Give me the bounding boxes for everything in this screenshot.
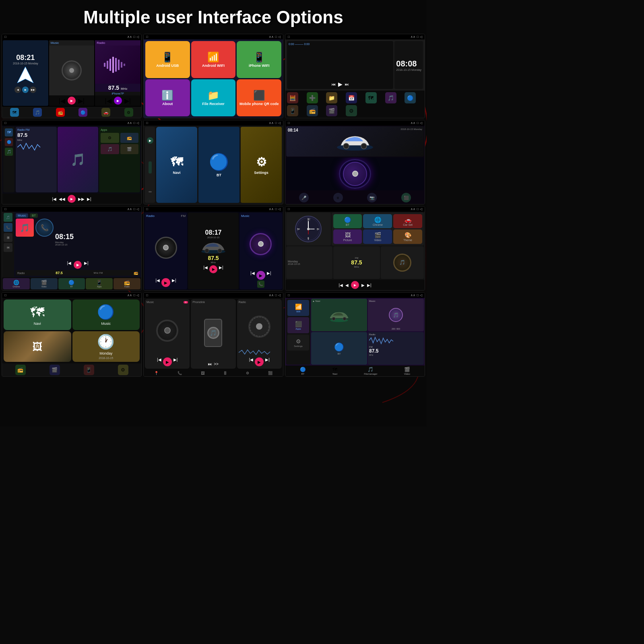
mini-icon-4[interactable]: 🎬 [120, 144, 138, 154]
p12-bt-bottom[interactable]: 🔵 BT [300, 367, 306, 375]
bt-big-tile[interactable]: 🔵 BT [198, 127, 239, 203]
p8-c-prev[interactable]: |◀ [203, 265, 208, 273]
p11-settings[interactable]: ⚙ [246, 371, 249, 375]
p4-bt-btn[interactable]: 🔵 [5, 138, 13, 146]
qr-code-tile[interactable]: ⬛ Mobile phone QR code [237, 79, 281, 116]
radio-icon-bottom[interactable]: 📻Radio [114, 278, 140, 289]
p11-grid[interactable]: ⬛ [268, 371, 272, 375]
rc-play[interactable]: ▶ [255, 357, 264, 366]
p9-rew[interactable]: ◀ [345, 283, 349, 287]
p7-next[interactable]: ▶| [84, 261, 89, 269]
b10-settings[interactable]: ⚙ [118, 365, 128, 375]
cam-btn[interactable]: 📷 [367, 193, 377, 202]
media-next[interactable]: ⏭ [345, 82, 349, 87]
mc-next[interactable]: ▶| [173, 357, 178, 366]
p4-play[interactable]: ▶ [68, 195, 76, 203]
prev-track[interactable]: |◀ [59, 97, 65, 105]
video-icon[interactable]: 🎬 [326, 105, 337, 116]
p12-video-bottom[interactable]: 🎬 Video [404, 367, 410, 375]
menu-btn[interactable]: ≡ [333, 193, 343, 202]
music-tile[interactable]: 🔵 Music [72, 299, 140, 330]
picture-app[interactable]: 🖼Picture [333, 229, 362, 244]
p7-prev[interactable]: |◀ [67, 261, 71, 269]
bt-icon-btn[interactable]: 🔵 [78, 108, 87, 117]
android-usb-tile[interactable]: 📱 Android USB [145, 41, 190, 78]
prev-radio[interactable]: |◀ [105, 97, 111, 105]
next-radio[interactable]: ▶| [124, 97, 131, 105]
android-wifi-tile[interactable]: 📶 Android WIFI [191, 41, 236, 78]
p4-rew[interactable]: ◀◀ [59, 197, 65, 201]
wifi-tile[interactable]: 📶 Wifi [287, 300, 309, 316]
p8-c-play[interactable]: ▶ [209, 265, 217, 273]
navi-tile[interactable]: 🗺 Navi [4, 299, 71, 330]
radio-icon[interactable]: 📻 [307, 105, 318, 116]
bt-icon[interactable]: 🔵 [405, 92, 416, 103]
files-icon[interactable]: 📁 [326, 92, 337, 103]
next-track[interactable]: ▶| [78, 97, 85, 105]
aux-icon[interactable]: ➕ [307, 92, 318, 103]
p7-bt-side[interactable]: 📞 [4, 223, 12, 232]
carset-app[interactable]: 🚗Car Set [393, 214, 422, 228]
pl-fast[interactable]: >> [214, 362, 219, 366]
p12-navi-bottom[interactable]: 🗺 Navi [332, 367, 337, 375]
mc-play[interactable]: ▶ [163, 357, 172, 366]
b10-radio[interactable]: 📻 [15, 365, 26, 375]
rc-prev[interactable]: |◀ [249, 357, 254, 366]
p11-eq[interactable]: 🎛 [223, 371, 227, 375]
p12-music-bottom[interactable]: 🎵 Filemanager [364, 367, 377, 375]
media-play[interactable]: ▶ [338, 81, 343, 87]
next-btn[interactable]: ▶▶ [30, 87, 36, 93]
p4-next[interactable]: ▶| [87, 197, 91, 201]
settings-tile[interactable]: ⚙ Settings [287, 334, 309, 351]
music-icon[interactable]: 🎵 [385, 92, 396, 103]
mc-prev[interactable]: |◀ [157, 357, 161, 366]
apps-tile[interactable]: ⬛ Apps [287, 317, 309, 333]
mini-icon-2[interactable]: 📻 [120, 133, 138, 143]
phone-icon[interactable]: 📞 [257, 281, 264, 288]
p8-play[interactable]: ▶ [161, 278, 170, 287]
prev-btn[interactable]: ◀ [14, 87, 21, 93]
car-icon-btn[interactable]: 🚗 [101, 108, 110, 117]
p8-m-prev[interactable]: |◀ [250, 271, 255, 280]
video-icon-btn[interactable]: 🎬Video [31, 278, 58, 289]
p7-play[interactable]: ▶ [74, 261, 82, 269]
p4-ff[interactable]: ▶▶ [78, 197, 85, 201]
bt-app[interactable]: 🔵BT [333, 214, 362, 228]
p8-next[interactable]: ▶| [172, 278, 176, 287]
play-btn[interactable]: ▶ [22, 87, 29, 93]
p9-next[interactable]: ▶| [367, 283, 372, 287]
p7-music-side[interactable]: 🎵 [4, 213, 12, 222]
radio-icon-btn[interactable]: 📻 [56, 108, 65, 117]
p11-image[interactable]: 🖼 [201, 371, 204, 375]
p9-ff[interactable]: ▶ [361, 283, 365, 287]
chrome-app[interactable]: 🌐Chrome [363, 214, 392, 228]
settings-icon-btn[interactable]: ⚙ [124, 108, 133, 117]
cal-icon[interactable]: 📅 [346, 92, 357, 103]
chrome-icon-btn[interactable]: 🌐Chrome [3, 278, 30, 289]
p8-m-next[interactable]: ▶| [267, 271, 271, 280]
grid-btn[interactable]: ⬛ [401, 193, 411, 202]
bt-icon-bottom[interactable]: 🔵BT [58, 278, 85, 289]
navi-icon[interactable]: 🗺 [365, 92, 377, 103]
play-radio[interactable]: ▶ [114, 97, 122, 105]
clock-tile[interactable]: 🕐 Monday 2018-10-15 [72, 331, 140, 362]
apps-icon[interactable]: 📱 [287, 105, 298, 116]
p7-apps-side[interactable]: ⊞ [4, 233, 12, 242]
file-receiver-tile[interactable]: 📁 File Receiver [191, 79, 236, 116]
rc-next[interactable]: ▶| [265, 357, 270, 366]
p4-nav-btn[interactable]: 🗺 [5, 128, 13, 136]
p4-music-btn[interactable]: 🎵 [5, 148, 13, 156]
p9-play[interactable]: ▶ [351, 281, 359, 289]
video-app[interactable]: 🎬Video [363, 229, 392, 244]
mic-btn[interactable]: 🎤 [299, 193, 309, 202]
calc-icon[interactable]: 🧮 [287, 92, 298, 103]
navi-big-tile[interactable]: 🗺 Navi [156, 127, 197, 203]
play-music[interactable]: ▶ [68, 97, 76, 105]
iphone-wifi-tile[interactable]: 📱 iPhone WIFI [237, 41, 281, 78]
p11-phone[interactable]: 📞 [178, 371, 182, 375]
music-icon-btn[interactable]: 🎵 [33, 108, 42, 117]
about-tile[interactable]: ℹ️ About [145, 79, 190, 116]
mini-icon-3[interactable]: 🎵 [101, 144, 119, 154]
p4-prev[interactable]: |◀ [52, 197, 56, 201]
nav-icon[interactable]: 🗺 [10, 108, 19, 117]
